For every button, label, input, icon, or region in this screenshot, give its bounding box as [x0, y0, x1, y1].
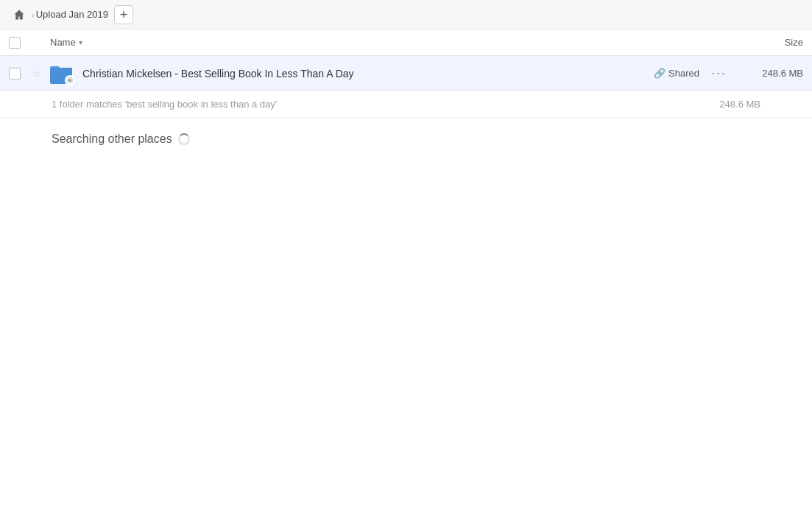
breadcrumb-title[interactable]: Upload Jan 2019	[36, 9, 108, 20]
row-file-name: Christian Mickelsen - Best Selling Book …	[77, 68, 654, 80]
shared-badge-icon	[66, 77, 74, 84]
searching-label: Searching other places	[52, 132, 172, 146]
name-column-label: Name	[50, 37, 76, 48]
add-button[interactable]: +	[114, 5, 133, 24]
row-file-size: 248.6 MB	[730, 68, 803, 79]
svg-point-3	[67, 77, 73, 83]
file-list-row[interactable]: ☆ Christian Mickelsen - Best Selling Boo…	[0, 56, 812, 91]
home-icon	[13, 9, 25, 21]
folder-shared-badge	[65, 75, 75, 85]
searching-section: Searching other places	[0, 118, 812, 160]
column-headers: Name ▾ Size	[0, 29, 812, 56]
breadcrumb-bar: › Upload Jan 2019 +	[0, 0, 812, 29]
row-file-icon-col	[50, 63, 77, 84]
row-checkbox[interactable]	[9, 68, 21, 80]
home-button[interactable]	[9, 4, 29, 25]
loading-spinner	[178, 133, 190, 145]
size-column-header: Size	[730, 37, 803, 48]
breadcrumb-separator: ›	[31, 9, 35, 21]
match-size-text: 248.6 MB	[687, 99, 760, 110]
row-checkbox-col	[9, 68, 32, 80]
row-actions: 🔗 Shared ···	[654, 66, 730, 81]
select-all-checkbox[interactable]	[9, 37, 21, 49]
checkbox-header-col	[9, 37, 32, 49]
row-star-col[interactable]: ☆	[32, 68, 50, 80]
more-options-button[interactable]: ···	[708, 66, 730, 81]
match-info-row: 1 folder matches 'best selling book in l…	[0, 91, 812, 118]
star-icon: ☆	[32, 68, 42, 80]
sort-arrow-icon: ▾	[79, 38, 82, 46]
shared-indicator: 🔗 Shared	[654, 68, 699, 79]
link-icon: 🔗	[654, 68, 666, 79]
match-info-text: 1 folder matches 'best selling book in l…	[52, 99, 687, 110]
shared-label: Shared	[668, 68, 699, 79]
name-column-header[interactable]: Name ▾	[50, 37, 730, 48]
folder-icon-wrapper	[50, 63, 72, 84]
